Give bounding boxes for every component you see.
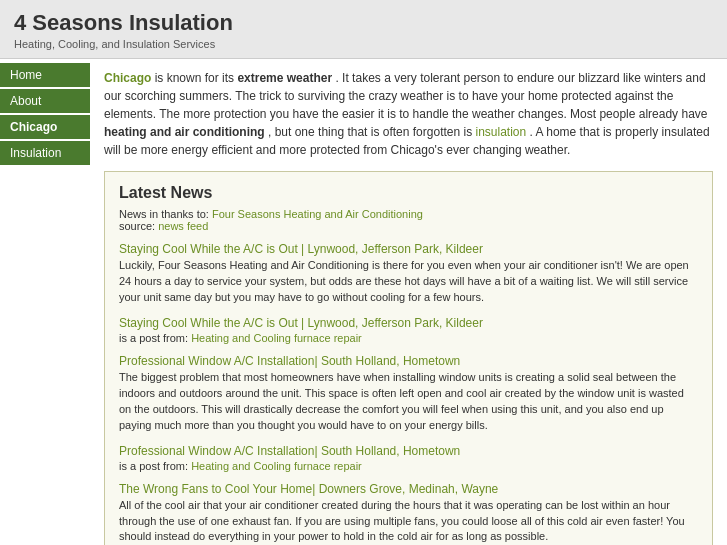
- news-item-1: Staying Cool While the A/C is Out | Lynw…: [119, 242, 698, 306]
- news-title: Latest News: [119, 184, 698, 202]
- news-thanks-prefix: News in thanks to:: [119, 208, 212, 220]
- intro-strong2: heating and air conditioning: [104, 125, 265, 139]
- city-link[interactable]: Chicago: [104, 71, 151, 85]
- intro-paragraph: Chicago is known for its extreme weather…: [104, 69, 713, 159]
- news-item-2: Professional Window A/C Installation| So…: [119, 354, 698, 434]
- news-item-1-repost-title[interactable]: Staying Cool While the A/C is Out | Lynw…: [119, 316, 698, 330]
- sidebar-item-home[interactable]: Home: [0, 63, 90, 87]
- news-thanks-link[interactable]: Four Seasons Heating and Air Conditionin…: [212, 208, 423, 220]
- news-item-1-from-prefix: is a post from:: [119, 332, 191, 344]
- news-item-1-body: Luckily, Four Seasons Heating and Air Co…: [119, 258, 698, 306]
- news-item-2-repost: Professional Window A/C Installation| So…: [119, 444, 698, 472]
- intro-strong1: extreme weather: [237, 71, 332, 85]
- site-title: 4 Seasons Insulation: [14, 10, 713, 36]
- site-subtitle: Heating, Cooling, and Insulation Service…: [14, 38, 713, 50]
- sidebar-item-insulation[interactable]: Insulation: [0, 141, 90, 165]
- news-item-1-from: Staying Cool While the A/C is Out | Lynw…: [119, 316, 698, 344]
- news-item-2-body: The biggest problem that most homeowners…: [119, 370, 698, 434]
- news-item-2-from-prefix: is a post from:: [119, 460, 191, 472]
- news-source-prefix: source:: [119, 220, 158, 232]
- intro-text1: is known for its: [155, 71, 238, 85]
- intro-text3: , but one thing that is often forgotten …: [268, 125, 475, 139]
- news-item-3: The Wrong Fans to Cool Your Home| Downer…: [119, 482, 698, 545]
- news-item-2-repost-title[interactable]: Professional Window A/C Installation| So…: [119, 444, 698, 458]
- news-item-2-title[interactable]: Professional Window A/C Installation| So…: [119, 354, 698, 368]
- news-source-link[interactable]: news feed: [158, 220, 208, 232]
- news-item-1-title[interactable]: Staying Cool While the A/C is Out | Lynw…: [119, 242, 698, 256]
- news-meta: News in thanks to: Four Seasons Heating …: [119, 208, 698, 232]
- sidebar-item-about[interactable]: About: [0, 89, 90, 113]
- news-item-3-body: All of the cool air that your air condit…: [119, 498, 698, 545]
- news-item-1-from-link[interactable]: Heating and Cooling furnace repair: [191, 332, 362, 344]
- news-box: Latest News News in thanks to: Four Seas…: [104, 171, 713, 545]
- sidebar-item-chicago[interactable]: Chicago: [0, 115, 90, 139]
- insulation-link[interactable]: insulation: [475, 125, 526, 139]
- news-item-3-title[interactable]: The Wrong Fans to Cool Your Home| Downer…: [119, 482, 698, 496]
- news-item-1-repost: Staying Cool While the A/C is Out | Lynw…: [119, 316, 698, 344]
- news-item-2-from-link[interactable]: Heating and Cooling furnace repair: [191, 460, 362, 472]
- news-item-2-from: Professional Window A/C Installation| So…: [119, 444, 698, 472]
